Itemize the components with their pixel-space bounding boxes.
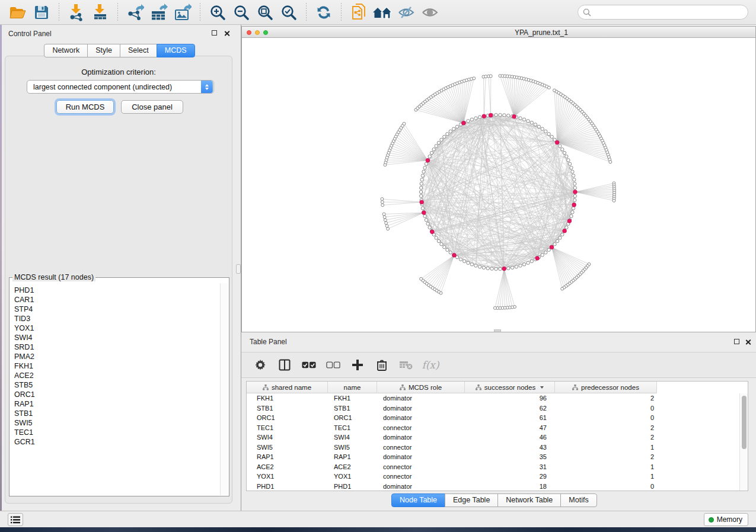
column-header-shared-name[interactable]: shared name [247,382,328,393]
table-row[interactable]: YOX1YOX1connector291 [247,472,739,482]
canvas-scroll-grip[interactable] [494,329,501,332]
table-row[interactable]: ACE2ACE2connector311 [247,462,739,472]
column-header-predecessor-nodes[interactable]: predecessor nodes [555,382,657,393]
mcds-item[interactable]: PMA2 [14,352,220,361]
column-type-icon [400,384,406,390]
delete-row-icon[interactable] [375,358,389,372]
mcds-item[interactable]: FKH1 [14,361,220,371]
table-row[interactable]: RAP1RAP1dominator352 [247,452,739,462]
mcds-item[interactable]: SRD1 [14,342,220,352]
import-table-icon[interactable] [90,2,111,23]
table-row[interactable]: SWI5SWI5connector431 [247,443,739,453]
column-header-successor-nodes[interactable]: successor nodes [465,382,555,393]
settings-gear-icon[interactable] [253,358,267,372]
table-row[interactable]: STB1STB1dominator620 [247,403,739,414]
float-panel-icon[interactable] [212,30,218,37]
close-table-panel-icon[interactable] [745,339,751,345]
table-scrollbar[interactable] [739,393,748,491]
export-image-icon[interactable] [172,2,193,23]
mcds-item[interactable]: ORC1 [14,390,220,399]
table-cell: 35 [465,453,555,460]
memory-button[interactable]: Memory [704,513,748,526]
control-panel-title: Control Panel [8,30,52,38]
delete-table-icon[interactable] [399,358,413,372]
network-graph[interactable] [242,38,755,332]
column-header-MCDS-role[interactable]: MCDS role [377,382,465,393]
import-network-icon[interactable] [66,2,87,23]
table-row[interactable]: FKH1FKH1dominator962 [247,393,739,403]
select-all-icon[interactable] [302,358,316,372]
table-cell: STB1 [247,405,328,412]
deselect-all-icon[interactable] [326,358,340,372]
mcds-result-list: PHD1CAR1STP4TID3YOX1SWI4SRD1PMA2FKH1ACE2… [10,283,220,495]
table-row[interactable]: PHD1PHD1dominator180 [247,482,739,491]
table-scrollbar-thumb[interactable] [742,396,747,449]
mcds-item[interactable]: RAP1 [14,399,220,409]
mcds-item[interactable]: STP4 [14,305,220,314]
table-row[interactable]: TEC1TEC1connector472 [247,423,739,433]
table-tabs: Node TableEdge TableNetwork TableMotifs [391,493,597,507]
maximize-window-icon[interactable] [263,30,268,35]
save-session-icon[interactable] [31,2,52,23]
export-table-icon[interactable] [148,2,170,23]
table-cell: 43 [465,444,555,451]
mcds-item[interactable]: TEC1 [14,428,220,437]
criterion-dropdown[interactable]: largest connected component (undirected) [27,80,214,94]
close-window-icon[interactable] [247,30,251,35]
close-panel-button[interactable]: Close panel [121,100,183,114]
table-panel: Table Panel [241,334,756,511]
table-cell: 0 [555,405,657,412]
zoom-fit-icon[interactable] [254,2,276,23]
refresh-layout-icon[interactable] [313,2,334,23]
network-view-window: YPA_prune.txt_1 [241,26,756,332]
table-cell: 47 [465,424,555,431]
mcds-item[interactable]: TID3 [14,314,220,323]
column-layout-icon[interactable] [277,358,292,372]
search-input[interactable] [594,7,748,18]
list-icon [11,516,20,524]
table-row[interactable]: SWI4SWI4dominator462 [247,432,739,443]
zoom-selected-icon[interactable] [278,2,299,23]
float-table-panel-icon[interactable] [734,339,741,345]
mcds-item[interactable]: SWI4 [14,333,220,342]
mcds-list-scrollbar[interactable] [220,283,228,495]
network-canvas[interactable] [242,38,755,332]
column-header-name[interactable]: name [328,382,377,393]
tab-select[interactable]: Select [120,44,157,57]
tab-edge-table[interactable]: Edge Table [445,493,498,507]
table-cell: 2 [555,395,657,402]
mcds-item[interactable]: PHD1 [14,286,220,295]
tab-node-table[interactable]: Node Table [391,493,445,507]
open-file-icon[interactable] [7,2,28,23]
zoom-in-icon[interactable] [207,2,228,23]
table-cell: STB1 [328,405,377,412]
control-panel: Control Panel NetworkStyleSelectMCDS Opt… [2,25,237,511]
export-network-icon[interactable] [125,2,146,23]
mcds-item[interactable]: SWI5 [14,418,220,428]
mcds-item[interactable]: CAR1 [14,295,220,305]
zoom-out-icon[interactable] [231,2,252,23]
run-mcds-button[interactable]: Run MCDS [56,100,114,114]
tab-motifs[interactable]: Motifs [560,493,596,507]
mcds-item[interactable]: STB5 [14,380,220,390]
hide-eye-icon[interactable] [395,2,417,23]
mcds-item[interactable]: ACE2 [14,371,220,380]
home-icon[interactable] [372,2,393,23]
close-panel-icon[interactable] [224,30,230,37]
network-file-icon[interactable] [348,2,369,23]
tab-mcds[interactable]: MCDS [157,44,195,57]
mcds-item[interactable]: YOX1 [14,323,220,333]
add-row-icon[interactable] [350,358,365,372]
tab-network-table[interactable]: Network Table [497,493,561,507]
show-eye-icon[interactable] [419,2,441,23]
splitter-collapse-handle[interactable] [236,264,241,274]
mcds-item[interactable]: GCR1 [14,437,220,447]
table-row[interactable]: ORC1ORC1dominator610 [247,413,739,423]
memory-label: Memory [717,515,742,524]
minimize-window-icon[interactable] [255,30,260,35]
tab-style[interactable]: Style [87,44,120,57]
mcds-item[interactable]: STB1 [14,409,220,418]
tab-network[interactable]: Network [44,44,88,57]
network-window-titlebar[interactable]: YPA_prune.txt_1 [242,27,755,38]
task-history-button[interactable] [8,513,23,526]
